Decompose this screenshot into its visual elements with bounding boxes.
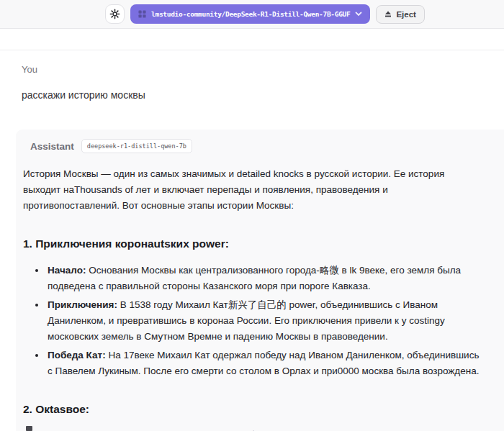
eject-label: Eject bbox=[396, 10, 416, 19]
eject-icon bbox=[384, 10, 392, 18]
toolbar: lmstudio-community/DeepSeek-R1-Distill-Q… bbox=[0, 0, 504, 29]
assistant-header: Assistant deepseek-r1-distill-qwen-7b bbox=[16, 130, 504, 153]
loaded-model-selector[interactable]: lmstudio-community/DeepSeek-R1-Distill-Q… bbox=[130, 4, 370, 24]
assistant-model-badge: deepseek-r1-distill-qwen-7b bbox=[81, 139, 192, 153]
user-role-label: You bbox=[22, 64, 37, 75]
bullet-list: Начало: Основания Москвы как централизов… bbox=[23, 263, 482, 379]
model-grid-icon bbox=[138, 10, 146, 18]
user-message: расскажи историю москвы bbox=[22, 89, 145, 101]
assistant-role-label: Assistant bbox=[30, 141, 74, 152]
bullet-list: Маскина у власти, которая пронизывает вс… bbox=[23, 428, 482, 431]
bullet-item: Приключения: В 1538 году Михаил Кат新兴了自己… bbox=[46, 297, 482, 345]
bullet-item: Начало: Основания Москвы как централизов… bbox=[46, 263, 482, 294]
assistant-message-card: Assistant deepseek-r1-distill-qwen-7b Ис… bbox=[16, 130, 504, 431]
loaded-model-label: lmstudio-community/DeepSeek-R1-Distill-Q… bbox=[151, 10, 350, 18]
bullet-item: Победа Кат: На 17веке Михаил Кат одержал… bbox=[46, 348, 482, 379]
gear-icon bbox=[109, 9, 120, 19]
section-heading: 1. Приключения коронаutsких power: bbox=[23, 236, 482, 252]
eject-model-button[interactable]: Eject bbox=[376, 5, 425, 24]
settings-button[interactable] bbox=[105, 4, 125, 24]
toolbar-center-group: lmstudio-community/DeepSeek-R1-Distill-Q… bbox=[105, 4, 425, 24]
assistant-sections: 1. Приключения коронаutsких power:Начало… bbox=[23, 236, 482, 431]
chevron-down-icon bbox=[355, 12, 362, 17]
clipped-text-fragment bbox=[26, 426, 32, 431]
assistant-intro-paragraph: История Москвы — один из самых значимых … bbox=[23, 166, 482, 214]
lmstudio-chat-page: lmstudio-community/DeepSeek-R1-Distill-Q… bbox=[0, 0, 504, 431]
section-heading: 2. Окtasвое: bbox=[23, 401, 482, 417]
assistant-markdown-content: История Москвы — один из самых значимых … bbox=[16, 153, 504, 431]
divider bbox=[0, 50, 504, 50]
bullet-item: Маскина у власти, которая пронизывает вс… bbox=[46, 428, 482, 431]
